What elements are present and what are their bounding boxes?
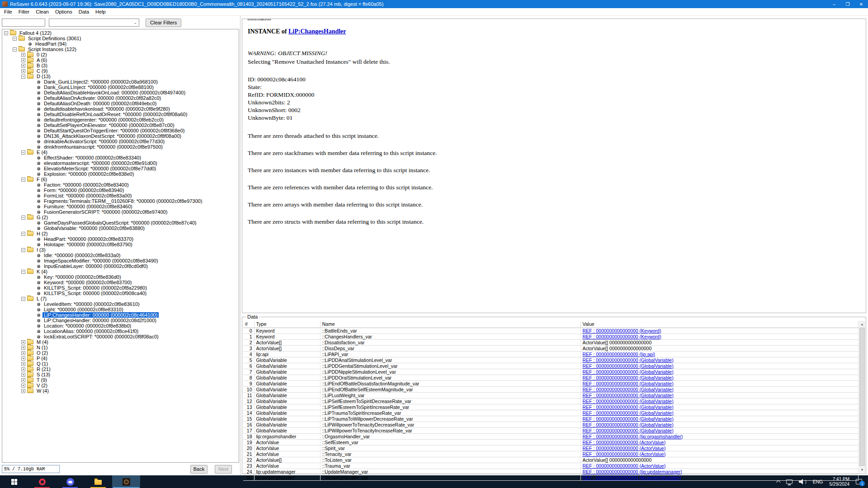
ref-link[interactable]: REF : 0000000000000000 (GlobalVariable) <box>583 422 674 427</box>
tree-item[interactable]: GameDaysPassedGlobalsQuestScript: *00000… <box>3 220 239 225</box>
taskbar-explorer-button[interactable] <box>84 475 112 488</box>
ref-link[interactable]: REF : 0000000000000000 (Keyword) <box>583 334 661 339</box>
tree-folder[interactable]: −F (6) <box>3 177 239 182</box>
table-row[interactable]: 14GlobalVariable::LiPTraumaToSpiritIncre… <box>243 410 859 416</box>
scroll-up-icon[interactable]: ▲ <box>859 321 865 327</box>
tree-item[interactable]: Key: *000000 (000002c0f8e836d0) <box>3 274 239 280</box>
ref-link[interactable]: REF : 0000000000000000 (lip:orgasmshandl… <box>583 434 683 439</box>
tree-item[interactable]: Faction: *000000 (000002c0f8e83400) <box>3 182 239 188</box>
tree-item[interactable]: Fragments:Terminals:TERM__010260F8: *000… <box>3 198 239 204</box>
tree-item[interactable]: DefaultDisableRefOnLoadOrReset: *000000 … <box>3 112 239 117</box>
tree-folder[interactable]: +C (9) <box>3 68 239 74</box>
column-header-name[interactable]: Name <box>320 321 580 328</box>
tree-folder[interactable]: +R (21) <box>3 366 239 372</box>
ref-link[interactable]: REF : 0000000000000000 (ActorValue) <box>583 440 666 445</box>
tree-folder[interactable]: −Script Instances (122) <box>3 47 239 52</box>
taskbar-discord-button[interactable] <box>56 475 84 488</box>
tree-folder[interactable]: +P (4) <box>3 356 239 361</box>
tree-item[interactable]: KILLTIPS_Script: 000000 (000002c0f908ca4… <box>3 291 239 296</box>
table-row[interactable]: 16GlobalVariable::LiPWillpowerToTenacity… <box>243 422 859 427</box>
table-row[interactable]: 25lip:wearinghandler::WearingHandler_var… <box>243 474 859 480</box>
table-row[interactable]: 18lip:orgasmshandler::OrgasmsHandler_var… <box>243 433 859 439</box>
tree-item[interactable]: ImageSpaceModifier: *000000 (000002c0f8e… <box>3 258 239 263</box>
tree-item[interactable]: Dank_GunLLInject2: *000000 (000002c08a96… <box>3 79 239 84</box>
ref-link[interactable]: REF : 0000000000000000 (GlobalVariable) <box>583 363 674 369</box>
tree-item[interactable]: LocationAlias: 000000 (000002c0f8ce41f0) <box>3 328 239 334</box>
table-row[interactable]: 19ActorValue::SelfEsteem_varREF : 000000… <box>243 439 859 445</box>
tree-item[interactable]: InputEnableLayer: 000000 (000002c0f8cd0d… <box>3 263 239 269</box>
tree-item[interactable]: LeveledItem: *000000 (000002c0f8e83610) <box>3 301 239 307</box>
ref-link[interactable]: REF : 0000000000000000 (GlobalVariable) <box>583 357 674 363</box>
tree-expand-toggle[interactable]: − <box>13 37 17 41</box>
tree-item[interactable]: DefaultSetPlayerOnElevator: *000000 (000… <box>3 122 239 128</box>
table-row[interactable]: 5GlobalVariable::LiPDDAnalStimulationLev… <box>243 357 859 363</box>
table-row[interactable]: 20ActorValue::Spirit_varREF : 0000000000… <box>243 445 859 451</box>
tree-expand-toggle[interactable]: − <box>21 297 25 301</box>
table-row[interactable]: 11GlobalVariable::LiPLustWeight_varREF :… <box>243 392 859 398</box>
table-row[interactable]: 10GlobalVariable::LiPEndOfBattleSelfEste… <box>243 386 859 392</box>
ref-link[interactable]: REF : 0000000000000000 (lip:updatemanage… <box>583 469 682 474</box>
tree-folder[interactable]: +T (9) <box>3 377 239 383</box>
scroll-down-icon[interactable]: ▼ <box>859 466 865 473</box>
menu-file[interactable]: File <box>1 9 15 15</box>
ref-link[interactable]: REF : 0000000000000000 (Keyword) <box>583 328 661 333</box>
tree-folder[interactable]: −G (2) <box>3 215 239 220</box>
tree-item[interactable]: FormList: *000000 (000002c0f8e83a00) <box>3 193 239 198</box>
tree-expand-toggle[interactable]: − <box>21 150 25 155</box>
tree-expand-toggle[interactable]: − <box>4 31 8 35</box>
tree-item[interactable]: Idle: *000000 (000002c0f8e833a0) <box>3 253 239 258</box>
tree-item[interactable]: DefaultAliasOnActivate: 000000 (000002c0… <box>3 95 239 101</box>
tree-folder[interactable]: −H (2) <box>3 231 239 236</box>
table-row[interactable]: 15GlobalVariable::LiPTraumaToWillpowerDe… <box>243 416 859 422</box>
table-row[interactable]: 1Keyword::ChangesHandlers_varREF : 00000… <box>243 333 859 339</box>
tree-folder[interactable]: +V (2) <box>3 383 239 388</box>
tree-item[interactable]: EffectShader: *000000 (000002c0f8e83340) <box>3 155 239 160</box>
tree-expand-toggle[interactable]: + <box>21 373 25 377</box>
column-header-type[interactable]: Type <box>254 321 320 328</box>
tree-expand-toggle[interactable]: − <box>21 178 25 182</box>
table-scrollbar[interactable]: ▲ ▼ <box>859 321 865 473</box>
menu-clean[interactable]: Clean <box>33 9 52 15</box>
column-header-num[interactable]: # <box>243 321 254 328</box>
tree-folder[interactable]: +Q (1) <box>3 361 239 366</box>
tree-item[interactable]: FusionGeneratorSCRIPT: *000000 (000002c0… <box>3 209 239 215</box>
menu-data[interactable]: Data <box>75 9 92 15</box>
table-row[interactable]: 12GlobalVariable::LiPSelfEsteemToSpiritD… <box>243 398 859 404</box>
tree-item[interactable]: Keyword: *000000 (000002c0f8e83700) <box>3 280 239 285</box>
ref-link[interactable]: REF : 0000000000000000 (lip:wearinghandl… <box>583 475 681 480</box>
tree-item[interactable]: Location: *000000 (000002c0f8e838b0) <box>3 323 239 328</box>
tree-item[interactable]: GlobalVariable: *000000 (000002c0f8e8388… <box>3 225 239 231</box>
table-row[interactable]: 0Keyword::BattleEnds_varREF : 0000000000… <box>243 328 859 333</box>
maximize-button[interactable]: ❐ <box>841 0 854 8</box>
tree-item[interactable]: DefaultAliasDisableHavokOnLoad: 000000 (… <box>3 90 239 95</box>
taskbar-resaver-button[interactable] <box>112 475 140 488</box>
tree-item[interactable]: Form: *000000 (000002c0f8e83940) <box>3 188 239 193</box>
tree-folder[interactable]: −E (4) <box>3 150 239 155</box>
tree-folder[interactable]: −Fallout 4 (122) <box>3 30 239 36</box>
tree-folder[interactable]: −Script Definitions (3061) <box>3 36 239 41</box>
tree-item[interactable]: defaultrefontriggerenter: *000000 (00000… <box>3 117 239 122</box>
tree-expand-toggle[interactable]: + <box>21 340 25 344</box>
tree-item[interactable]: ElevatorMeterScript: *000000 (000002c0f8… <box>3 166 239 171</box>
tree-item[interactable]: drinkableActivatorScript: *000000 (00000… <box>3 139 239 144</box>
tree-item[interactable]: lockExtraLootSCRIPT: *000000 (000002c0f8… <box>3 334 239 339</box>
table-row[interactable]: 3ActorValue[]::DissDeps_varActorValue[] … <box>243 345 859 351</box>
tree-item[interactable]: Holotape: *000000 (000002c0f8e83790) <box>3 242 239 247</box>
tree-expand-toggle[interactable]: − <box>13 47 17 52</box>
ref-link[interactable]: REF : 0000000000000000 (GlobalVariable) <box>583 387 674 392</box>
tree-expand-toggle[interactable]: + <box>21 384 25 388</box>
tree-item[interactable]: Explosion: *000000 (000002c0f8e838e0) <box>3 171 239 177</box>
tree-folder[interactable]: +S (13) <box>3 372 239 377</box>
ref-link[interactable]: REF : 0000000000000000 (ActorValue) <box>583 451 666 457</box>
taskbar-opera-button[interactable] <box>28 475 56 488</box>
tree-item[interactable]: drinkfromfountainscript: *000000 (000002… <box>3 144 239 150</box>
tree-folder[interactable]: +N (1) <box>3 345 239 350</box>
tree-item[interactable]: elevatormasterscript: *000000 (000002c0f… <box>3 160 239 166</box>
tree-item[interactable]: DefaultStartQuestOnTriggerEnter: *000000… <box>3 128 239 133</box>
tree-item[interactable]: DN136_AttackKlaxonDestScript: *000000 (0… <box>3 133 239 139</box>
tree-expand-toggle[interactable]: − <box>21 232 25 236</box>
tree-expand-toggle[interactable]: + <box>21 351 25 355</box>
tree-expand-toggle[interactable]: − <box>21 216 25 220</box>
ref-link[interactable]: REF : 0000000000000000 (lip:api) <box>583 352 656 357</box>
tree-folder[interactable]: +B (3) <box>3 63 239 68</box>
